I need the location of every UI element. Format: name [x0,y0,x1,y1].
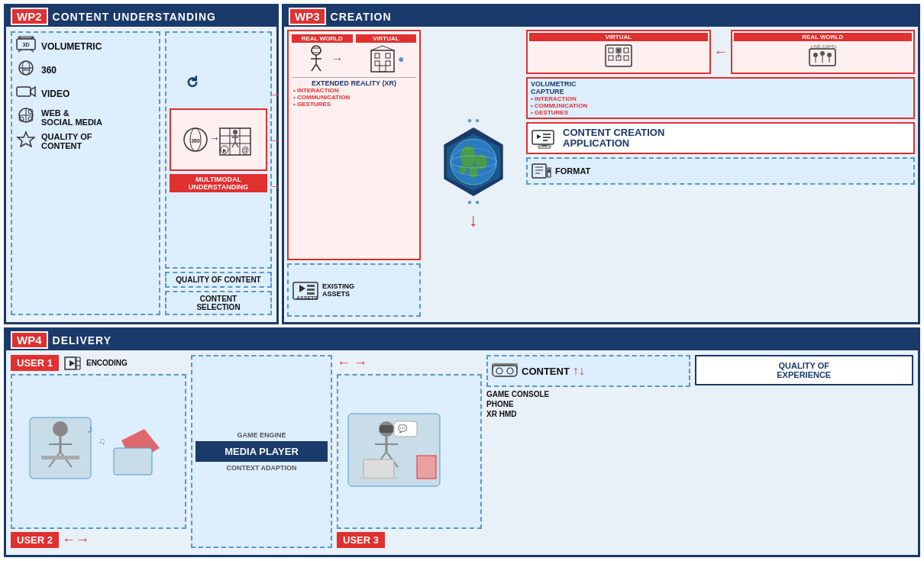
wp3-badge: WP3 [289,8,326,25]
svg-rect-70 [609,56,613,60]
media-player-section: GAME ENGINE MEDIA PLAYER CONTEXT ADAPTIO… [191,355,332,548]
svg-rect-72 [624,56,628,60]
svg-marker-19 [18,132,34,147]
realworld-label-right: REAL WORLD [734,33,913,41]
device-list: GAME CONSOLE PHONE XR HMD [486,390,690,418]
wp4-body: USER 1 ENCODING [6,350,918,553]
wp3-inner: REAL WORLD [287,30,915,317]
wp2-item-video: VIDEO [15,83,156,104]
vcap-bullet-1: • INTERACTION [531,95,910,102]
svg-point-78 [827,53,832,57]
assets-box: ASSETS EXISTING ASSETS [287,263,421,317]
svg-text:360: 360 [191,138,200,143]
format-box: FORMAT [526,157,915,185]
globe-container: ● ● [439,30,508,317]
wp2-item-web: WEB & SOCIAL MEDIA [15,107,156,127]
format-label: FORMAT [555,166,590,176]
svg-rect-46 [375,61,380,66]
svg-rect-86 [543,137,551,138]
video-icon [15,83,37,104]
svg-rect-98 [76,357,80,369]
xr-top: REAL WORLD [292,34,416,75]
content-selection-label: CONTENT SELECTION [196,295,240,311]
svg-rect-44 [375,53,380,58]
inner-red-box: 360 → [170,108,267,171]
svg-rect-85 [543,134,551,135]
svg-line-42 [316,64,321,71]
xr-virtual-right: VIRTUAL [526,30,711,74]
encoding-label: ENCODING [86,359,128,367]
svg-point-29 [233,130,237,134]
wp4-badge: WP4 [11,331,48,349]
wp3-header: WP3 CREATION [284,6,918,27]
web-label: WEB & SOCIAL MEDIA [41,108,102,127]
xr-bullets: INTERACTION COMMUNICATION GESTURES [292,87,416,108]
svg-rect-90 [532,164,546,178]
wp3-center-col: ● ● [424,30,523,317]
svg-text:→: → [209,132,220,144]
svg-rect-45 [386,53,390,58]
svg-rect-123 [360,477,398,479]
volumetric-label: VOLUMETRIC [41,41,102,52]
svg-rect-5 [18,37,34,38]
wp3-right-section: VIRTUAL [526,30,915,317]
virtual-label-left: VIRTUAL [356,34,417,43]
svg-rect-111 [114,448,152,475]
svg-rect-55 [307,292,315,295]
content-selection-box: CONTENT SELECTION [165,291,272,315]
vcap-row: VIRTUAL [526,30,915,74]
top-row: WP2 CONTENT UNDERSTANDING [4,4,920,324]
svg-marker-12 [31,87,35,96]
svg-marker-97 [69,360,75,366]
svg-marker-84 [537,134,541,139]
svg-text:♫: ♫ [99,436,105,447]
cca-title: CONTENT CREATION APPLICATION [563,127,664,150]
svg-rect-114 [380,425,393,433]
xr-box: REAL WORLD [287,30,421,260]
xr-bullet-communication: COMMUNICATION [293,94,416,101]
svg-line-41 [312,64,316,71]
xr-realworld-right: REAL WORLD [731,30,916,74]
svg-rect-121 [417,456,436,479]
svg-line-33 [235,142,238,147]
svg-point-76 [813,53,818,57]
svg-text:360: 360 [22,67,31,72]
wp3-title: CREATION [331,11,392,23]
svg-point-126 [507,368,513,374]
media-player-label: MEDIA PLAYER [225,446,299,457]
xr-title: EXTENDED REALITY (XR) [292,77,416,87]
device-xr-hmd: XR HMD [486,410,690,418]
qoe-label: QUALITY OF EXPERIENCE [777,361,831,379]
multimodal-box: 360 → [165,31,272,269]
vcap-bullet-3: • GESTURES [531,109,910,116]
cca-box: CONTENT CREATION APPLICATION [526,122,915,154]
wp2-badge: WP2 [11,8,48,25]
wp4-section: WP4 DELIVERY USER 1 ENCODING [4,327,920,557]
wp2-section: WP2 CONTENT UNDERSTANDING [4,4,279,324]
game-engine-label: GAME ENGINE [237,431,286,439]
svg-text:3D: 3D [23,42,30,47]
wp2-item-quality: QUALITY OF CONTENT [15,131,156,151]
svg-line-50 [383,46,394,50]
content-label: CONTENT [522,366,570,377]
user1-badge: USER 1 [11,355,59,371]
quality-of-content-label: QUALITY OF CONTENT [176,276,260,284]
media-player-box: MEDIA PLAYER [195,441,328,462]
assets-label: EXISTING ASSETS [322,282,354,298]
svg-rect-87 [543,140,548,141]
svg-point-125 [496,368,502,374]
user3-badge: USER 3 [337,532,385,548]
svg-rect-122 [363,459,394,479]
svg-point-61 [469,166,478,178]
svg-text:💬: 💬 [398,424,408,434]
user2-badge: USER 2 [11,532,59,548]
user3-image-box: 💬 [337,374,482,529]
svg-marker-52 [299,285,305,292]
360-label: 360 [41,65,57,76]
svg-text:♪: ♪ [87,422,93,435]
svg-point-77 [820,51,825,56]
svg-point-37 [312,46,321,55]
wp3-left-col: REAL WORLD [287,30,421,317]
wp3-body: REAL WORLD [284,27,918,320]
svg-rect-48 [380,66,386,72]
